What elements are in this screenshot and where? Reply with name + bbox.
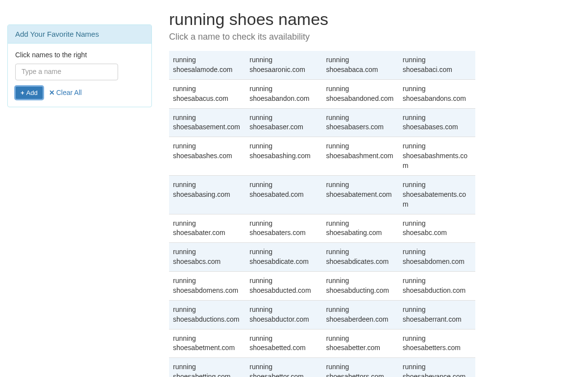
table-row: running shoesabasing.comrunning shoesaba… bbox=[169, 175, 475, 214]
name-cell[interactable]: running shoesabducted.com bbox=[245, 272, 322, 301]
table-row: running shoesabater.comrunning shoesabat… bbox=[169, 214, 475, 243]
name-cell[interactable]: running shoesabandons.com bbox=[399, 79, 475, 108]
name-cell[interactable]: running shoesabacus.com bbox=[169, 79, 245, 108]
name-cell[interactable]: running shoesabducting.com bbox=[322, 272, 399, 301]
name-cell[interactable]: running shoesabetment.com bbox=[169, 329, 245, 358]
add-button[interactable]: + Add bbox=[15, 86, 43, 99]
name-cell[interactable]: running shoesabcs.com bbox=[169, 243, 245, 272]
name-cell[interactable]: running shoesabettor.com bbox=[245, 358, 322, 377]
name-cell[interactable]: running shoesabandoned.com bbox=[322, 79, 399, 108]
name-cell[interactable]: running shoesabater.com bbox=[169, 214, 245, 243]
name-cell[interactable]: running shoesaberdeen.com bbox=[322, 300, 399, 329]
name-cell[interactable]: running shoesabaci.com bbox=[399, 51, 475, 79]
name-cell[interactable]: running shoesabdomens.com bbox=[169, 272, 245, 301]
name-input[interactable] bbox=[15, 64, 118, 80]
table-row: running shoesabductions.comrunning shoes… bbox=[169, 300, 475, 329]
page-subtitle: Click a name to check its availability bbox=[169, 32, 475, 42]
name-cell[interactable]: running shoesabdicates.com bbox=[322, 243, 399, 272]
name-cell[interactable]: running shoesabashment.com bbox=[322, 137, 399, 176]
clear-all-label: Clear All bbox=[56, 89, 82, 96]
name-cell[interactable]: running shoesabductor.com bbox=[245, 300, 322, 329]
name-cell[interactable]: running shoesabatements.com bbox=[399, 175, 475, 214]
table-row: running shoesabacus.comrunning shoesaban… bbox=[169, 79, 475, 108]
name-cell[interactable]: running shoesabetter.com bbox=[322, 329, 399, 358]
name-cell[interactable]: running shoesabases.com bbox=[399, 108, 475, 137]
table-row: running shoesabetment.comrunning shoesab… bbox=[169, 329, 475, 358]
name-cell[interactable]: running shoesabetting.com bbox=[169, 358, 245, 377]
close-icon: ✕ bbox=[49, 89, 55, 96]
name-cell[interactable]: running shoesabashes.com bbox=[169, 137, 245, 176]
favorites-panel: Add Your Favorite Names Click names to t… bbox=[7, 24, 152, 107]
add-button-label: Add bbox=[26, 89, 38, 96]
favorites-hint: Click names to the right bbox=[15, 51, 144, 59]
name-cell[interactable]: running shoesabatement.com bbox=[322, 175, 399, 214]
name-cell[interactable]: running shoesabettors.com bbox=[322, 358, 399, 377]
name-cell[interactable]: running shoesabduction.com bbox=[399, 272, 475, 301]
name-cell[interactable]: running shoesabaca.com bbox=[322, 51, 399, 79]
name-cell[interactable]: running shoesabetted.com bbox=[245, 329, 322, 358]
page-title: running shoes names bbox=[169, 10, 475, 29]
table-row: running shoesabcs.comrunning shoesabdica… bbox=[169, 243, 475, 272]
name-cell[interactable]: running shoesaaronic.com bbox=[245, 51, 322, 79]
table-row: running shoesabasement.comrunning shoesa… bbox=[169, 108, 475, 137]
table-row: running shoesabashes.comrunning shoesaba… bbox=[169, 137, 475, 176]
name-cell[interactable]: running shoesabated.com bbox=[245, 175, 322, 214]
name-cell[interactable]: running shoesabating.com bbox=[322, 214, 399, 243]
plus-icon: + bbox=[21, 89, 24, 96]
name-cell[interactable]: running shoesabeyance.com bbox=[399, 358, 475, 377]
name-cell[interactable]: running shoesabaser.com bbox=[245, 108, 322, 137]
name-cell[interactable]: running shoesabdomen.com bbox=[399, 243, 475, 272]
name-cell[interactable]: running shoesabc.com bbox=[399, 214, 475, 243]
name-cell[interactable]: running shoesabandon.com bbox=[245, 79, 322, 108]
table-row: running shoesabdomens.comrunning shoesab… bbox=[169, 272, 475, 301]
name-cell[interactable]: running shoesabetters.com bbox=[399, 329, 475, 358]
name-cell[interactable]: running shoesalamode.com bbox=[169, 51, 245, 79]
clear-all-link[interactable]: ✕ Clear All bbox=[49, 89, 82, 96]
name-cell[interactable]: running shoesabasers.com bbox=[322, 108, 399, 137]
table-row: running shoesabetting.comrunning shoesab… bbox=[169, 358, 475, 377]
table-row: running shoesalamode.comrunning shoesaar… bbox=[169, 51, 475, 79]
name-cell[interactable]: running shoesabasement.com bbox=[169, 108, 245, 137]
name-cell[interactable]: running shoesabductions.com bbox=[169, 300, 245, 329]
names-table: running shoesalamode.comrunning shoesaar… bbox=[169, 51, 475, 377]
name-cell[interactable]: running shoesabasing.com bbox=[169, 175, 245, 214]
name-cell[interactable]: running shoesabaters.com bbox=[245, 214, 322, 243]
name-cell[interactable]: running shoesaberrant.com bbox=[399, 300, 475, 329]
name-cell[interactable]: running shoesabashing.com bbox=[245, 137, 322, 176]
name-cell[interactable]: running shoesabashments.com bbox=[399, 137, 475, 176]
name-cell[interactable]: running shoesabdicate.com bbox=[245, 243, 322, 272]
favorites-panel-heading: Add Your Favorite Names bbox=[8, 25, 151, 44]
